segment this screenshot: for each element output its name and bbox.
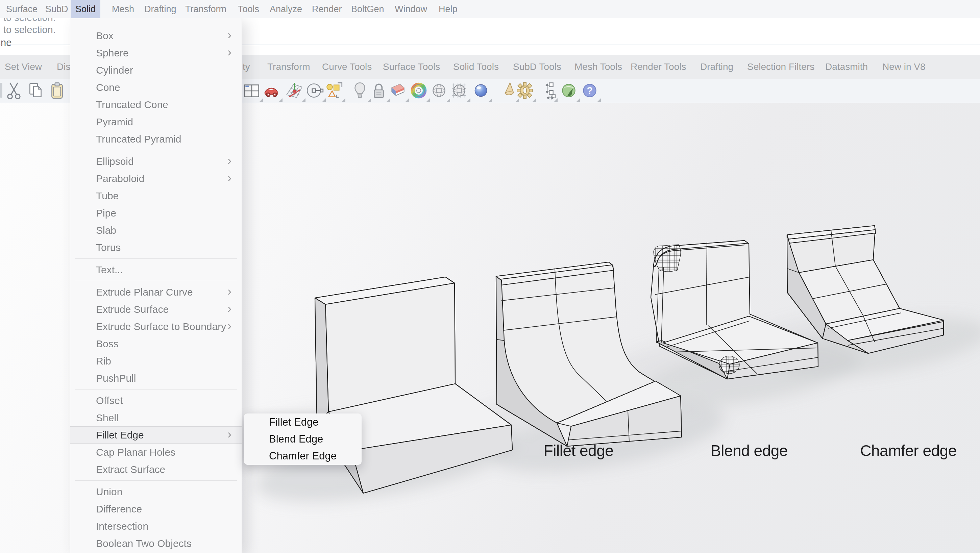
menu-item-label: Extract Surface (96, 464, 165, 475)
menu-item-label: Boolean Two Objects (96, 538, 192, 549)
paste-icon[interactable] (47, 81, 67, 100)
submenu-item-fillet-edge[interactable]: Fillet Edge (244, 414, 361, 431)
tab-drafting[interactable]: Drafting (700, 55, 733, 79)
gear-icon[interactable] (515, 81, 535, 100)
tab-set-view[interactable]: Set View (5, 55, 42, 79)
menu-item-truncated-pyramid[interactable]: Truncated Pyramid (70, 130, 242, 148)
menubar-item-help[interactable]: Help (434, 0, 462, 18)
tab-curve-tools[interactable]: Curve Tools (322, 55, 372, 79)
menu-item-label: Truncated Pyramid (96, 133, 181, 145)
menu-item-extrude-planar-curve[interactable]: Extrude Planar Curve› (70, 283, 242, 301)
submenu-chevron-icon: › (228, 46, 235, 59)
menu-item-union[interactable]: Union (70, 483, 242, 500)
menu-item-pipe[interactable]: Pipe (70, 204, 242, 222)
command-prompt-fragment: ne (1, 37, 11, 48)
menu-item-label: Offset (96, 395, 123, 407)
menu-item-extrude-surface-to-boundary[interactable]: Extrude Surface to Boundary› (70, 318, 242, 335)
menu-item-label: Cap Planar Holes (96, 447, 175, 458)
menu-item-pyramid[interactable]: Pyramid (70, 113, 242, 130)
menu-item-rib[interactable]: Rib (70, 352, 242, 370)
lock-icon[interactable] (369, 81, 389, 100)
menubar-item-boltgen[interactable]: BoltGen (346, 0, 389, 18)
menu-item-boss[interactable]: Boss (70, 335, 242, 352)
submenu-chevron-icon: › (228, 155, 235, 167)
tab-ty[interactable]: ty (243, 55, 250, 79)
submenu-chevron-icon: › (228, 303, 235, 315)
layer-cake-icon[interactable] (388, 81, 407, 100)
menu-item-ellipsoid[interactable]: Ellipsoid› (70, 153, 242, 170)
viewport-layout-icon[interactable] (242, 81, 262, 100)
menu-item-label: Extrude Planar Curve (96, 286, 193, 298)
tab-mesh-tools[interactable]: Mesh Tools (574, 55, 622, 79)
menu-item-label: Cylinder (96, 65, 133, 76)
solid-dropdown-menu: Box›Sphere›CylinderConeTruncated ConePyr… (70, 18, 242, 553)
color-wheel-icon[interactable] (409, 81, 428, 100)
menubar-item-tools[interactable]: Tools (233, 0, 264, 18)
menu-item-intersection[interactable]: Intersection (70, 518, 242, 535)
submenu-item-blend-edge[interactable]: Blend Edge (244, 431, 361, 448)
menu-item-pushpull[interactable]: PushPull (70, 370, 242, 387)
menu-item-boolean-two-objects[interactable]: Boolean Two Objects (70, 535, 242, 552)
tab-render-tools[interactable]: Render Tools (631, 55, 686, 79)
car-display-icon[interactable] (262, 81, 281, 100)
menu-item-sphere[interactable]: Sphere› (70, 44, 242, 62)
menu-item-cap-planar-holes[interactable]: Cap Planar Holes (70, 443, 242, 461)
submenu-item-chamfer-edge[interactable]: Chamfer Edge (244, 448, 361, 464)
menubar-item-render[interactable]: Render (307, 0, 347, 18)
dimension-icon[interactable] (537, 81, 556, 100)
command-history-line: to selection. (3, 24, 56, 35)
menu-item-slab[interactable]: Slab (70, 222, 242, 239)
sphere-icon[interactable] (429, 81, 449, 100)
fillet-edge-submenu: Fillet EdgeBlend EdgeChamfer Edge (244, 413, 361, 465)
menu-item-label: Box (96, 30, 113, 41)
copy-icon[interactable] (26, 81, 45, 100)
named-view-icon[interactable] (305, 81, 325, 100)
sphere-grid-icon[interactable] (449, 81, 469, 100)
menu-item-box[interactable]: Box› (70, 27, 242, 44)
clipped-icon (0, 83, 2, 98)
menubar-item-window[interactable]: Window (390, 0, 432, 18)
menu-item-difference[interactable]: Difference (70, 500, 242, 518)
menu-item-torus[interactable]: Torus (70, 239, 242, 256)
tab-transform[interactable]: Transform (267, 55, 310, 79)
menu-item-tube[interactable]: Tube (70, 187, 242, 204)
menu-item-cone[interactable]: Cone (70, 79, 242, 96)
menu-item-label: Pipe (96, 207, 116, 219)
menubar-item-mesh[interactable]: Mesh (107, 0, 139, 18)
menubar-item-transform[interactable]: Transform (180, 0, 231, 18)
menu-item-text-[interactable]: Text... (70, 261, 242, 278)
menu-item-shell[interactable]: Shell (70, 409, 242, 426)
submenu-chevron-icon: › (228, 286, 235, 298)
menu-item-fillet-edge[interactable]: Fillet Edge› (70, 426, 242, 443)
tab-selection-filters[interactable]: Selection Filters (747, 55, 815, 79)
menu-item-paraboloid[interactable]: Paraboloid› (70, 170, 242, 187)
submenu-chevron-icon: › (228, 172, 235, 184)
menu-item-extrude-surface[interactable]: Extrude Surface› (70, 301, 242, 318)
tab-surface-tools[interactable]: Surface Tools (383, 55, 440, 79)
tab-new-in-v8[interactable]: New in V8 (882, 55, 926, 79)
help-icon[interactable]: ? (580, 81, 600, 100)
selection-filter-shapes-icon[interactable] (325, 81, 344, 100)
render-sphere-icon[interactable] (471, 81, 491, 100)
menu-item-truncated-cone[interactable]: Truncated Cone (70, 96, 242, 113)
menubar-item-drafting[interactable]: Drafting (140, 0, 181, 18)
menubar-item-solid[interactable]: Solid (71, 0, 100, 18)
menubar-item-subd[interactable]: SubD (41, 0, 73, 18)
tab-subd-tools[interactable]: SubD Tools (513, 55, 561, 79)
tab-solid-tools[interactable]: Solid Tools (453, 55, 499, 79)
menu-item-label: Sphere (96, 47, 129, 59)
menubar-item-analyze[interactable]: Analyze (265, 0, 307, 18)
cplane-grid-icon[interactable] (285, 81, 304, 100)
menubar-item-surface[interactable]: Surface (2, 0, 42, 18)
menu-item-label: Union (96, 486, 123, 497)
earth-icon[interactable] (559, 81, 579, 100)
menu-item-offset[interactable]: Offset (70, 392, 242, 409)
menu-item-label: Difference (96, 503, 142, 515)
svg-text:?: ? (587, 85, 593, 96)
lightbulb-icon[interactable] (350, 81, 370, 100)
tab-datasmith[interactable]: Datasmith (825, 55, 868, 79)
menu-item-cylinder[interactable]: Cylinder (70, 62, 242, 79)
menu-item-extract-surface[interactable]: Extract Surface (70, 461, 242, 478)
menu-item-label: Intersection (96, 521, 148, 532)
cut-icon[interactable] (4, 81, 24, 100)
